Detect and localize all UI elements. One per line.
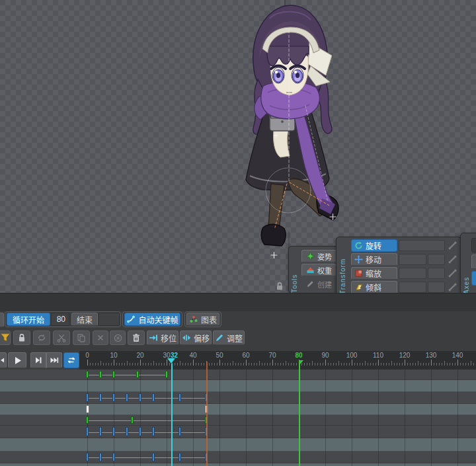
loop-start-value-field[interactable]: 80	[51, 313, 69, 326]
graph-button[interactable]: 图表	[186, 313, 219, 326]
ruler-tick	[362, 363, 363, 366]
shift-button[interactable]: 移位	[147, 330, 178, 345]
keyframe[interactable]	[178, 393, 181, 402]
keyframe[interactable]	[139, 393, 141, 402]
track-row[interactable]	[0, 426, 476, 438]
keyframe[interactable]	[126, 393, 128, 402]
scissors-button[interactable]	[53, 330, 70, 345]
rotate-value-field[interactable]	[399, 240, 445, 251]
keyframe[interactable]	[86, 393, 89, 402]
axes-panel-title: Axes	[463, 233, 470, 293]
keyframe[interactable]	[99, 427, 102, 436]
character-sprite[interactable]	[235, 0, 350, 264]
keyframe[interactable]	[136, 371, 139, 378]
scale-y-field[interactable]	[428, 268, 445, 279]
track-row[interactable]	[0, 415, 476, 426]
delete-x-button[interactable]	[93, 330, 108, 345]
keyframe[interactable]	[112, 393, 115, 402]
track-row[interactable]	[0, 392, 476, 404]
ruler-tick	[442, 363, 442, 366]
keyframe[interactable]	[99, 393, 102, 402]
track-row[interactable]	[0, 463, 476, 466]
keyframe[interactable]	[86, 371, 89, 378]
ruler-tick	[259, 361, 260, 366]
ruler-tick	[119, 363, 120, 366]
create-tool-button[interactable]: 创建	[301, 278, 337, 290]
keyframe[interactable]	[139, 427, 141, 436]
keyframe[interactable]	[205, 427, 208, 436]
translate-y-field[interactable]	[428, 254, 445, 265]
keyframe[interactable]	[126, 427, 128, 436]
filter-button[interactable]	[0, 330, 11, 345]
clipped-button-left[interactable]	[0, 313, 4, 327]
tools-panel: Tools 姿势 权重 创建	[288, 246, 340, 293]
keyframe[interactable]	[86, 416, 89, 424]
keyframe[interactable]	[205, 405, 208, 413]
ruler-tick	[402, 363, 403, 366]
canvas-lock-icon[interactable]	[275, 282, 284, 291]
track-row[interactable]	[0, 438, 476, 451]
axes-button-1[interactable]	[471, 238, 476, 252]
keyframe[interactable]	[205, 393, 208, 402]
keyframe[interactable]	[131, 416, 134, 424]
keyframe[interactable]	[152, 453, 155, 461]
viewport-canvas[interactable]: Tools 姿势 权重 创建 Transform 旋转	[0, 0, 476, 293]
clear-keys-button[interactable]	[110, 330, 126, 345]
rotate-button[interactable]: 旋转	[351, 239, 397, 252]
ruler-label: 10	[105, 352, 122, 359]
keyframe[interactable]	[152, 427, 155, 436]
keyframe[interactable]	[205, 453, 208, 461]
autokey-button[interactable]: 自动关键帧	[124, 313, 180, 326]
axes-button-3[interactable]	[471, 271, 476, 286]
adjust-button[interactable]: 调整	[213, 330, 245, 345]
loop-end-button[interactable]: 结束	[71, 313, 98, 326]
weights-tool-button[interactable]: 权重	[301, 264, 337, 276]
trash-button[interactable]	[128, 330, 145, 345]
track-row[interactable]	[0, 380, 476, 392]
keyframe[interactable]	[86, 453, 89, 461]
ruler-label: 30	[158, 352, 175, 359]
ruler-tick	[436, 363, 437, 366]
translate-x-field[interactable]	[399, 254, 426, 265]
keyframe[interactable]	[99, 371, 102, 378]
copy-button[interactable]	[73, 330, 90, 345]
keyframe[interactable]	[112, 371, 115, 378]
offset-button[interactable]: 偏移	[180, 330, 212, 345]
scale-x-field[interactable]	[399, 268, 426, 279]
translate-button[interactable]: 移动	[351, 253, 397, 266]
pose-tool-button[interactable]: 姿势	[301, 250, 337, 262]
loop-end-value-field[interactable]	[99, 313, 120, 326]
last-frame-button[interactable]	[46, 352, 62, 368]
keyframe[interactable]	[165, 371, 168, 378]
shear-y-field[interactable]	[428, 282, 445, 293]
loop-toggle-button[interactable]	[63, 352, 79, 368]
ruler-tick	[254, 363, 255, 366]
axes-button-2[interactable]	[471, 254, 476, 269]
lock-button[interactable]	[13, 330, 30, 345]
ruler-tick	[201, 363, 202, 366]
track-row[interactable]	[0, 404, 476, 415]
key-connector-line	[87, 398, 206, 399]
sync-button[interactable]	[33, 330, 50, 345]
shear-x-field[interactable]	[399, 282, 426, 293]
prev-frame-button[interactable]	[0, 352, 7, 368]
keyframe[interactable]	[152, 393, 155, 402]
scale-button[interactable]: 缩放	[351, 267, 397, 280]
next-keyframe-button[interactable]	[30, 352, 46, 368]
pose-icon	[306, 252, 315, 260]
loop-start-button[interactable]: 循环开始	[7, 313, 50, 326]
track-row[interactable]	[0, 369, 476, 380]
keyframe[interactable]	[205, 416, 208, 424]
keyframe[interactable]	[112, 427, 115, 436]
keyframe[interactable]	[112, 453, 115, 461]
keyframe[interactable]	[99, 453, 102, 461]
shear-button[interactable]: 倾斜	[351, 281, 397, 293]
track-row[interactable]	[0, 451, 476, 463]
ruler-tick	[140, 360, 141, 366]
play-button[interactable]	[8, 352, 26, 368]
keyframe[interactable]	[178, 453, 181, 461]
keyframe[interactable]	[178, 427, 181, 436]
keyframe[interactable]	[86, 405, 89, 413]
ruler-tick	[331, 363, 331, 366]
keyframe[interactable]	[86, 427, 89, 436]
